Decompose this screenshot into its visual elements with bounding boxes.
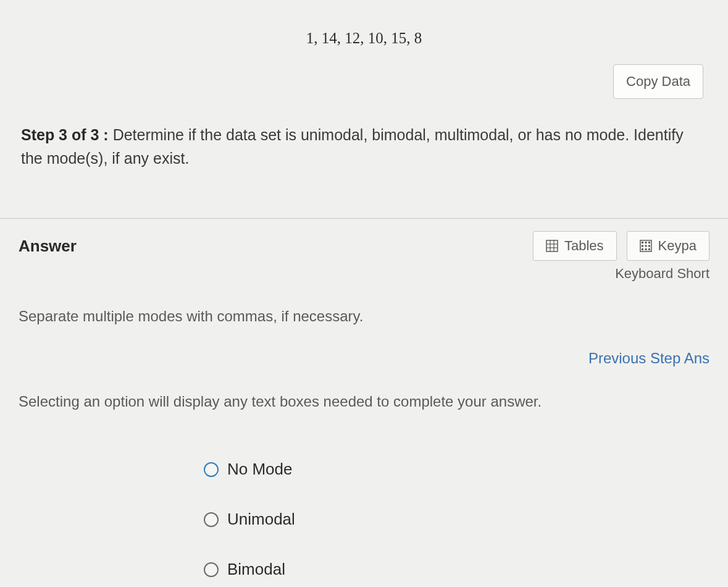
option-label: Bimodal [227,560,285,579]
options-group: No Mode Unimodal Bimodal Multimodal [19,460,709,587]
keypad-icon [640,240,652,252]
svg-rect-8 [648,242,650,243]
step-instruction: Step 3 of 3 : Determine if the data set … [19,124,709,170]
table-icon [546,240,558,252]
tables-button-label: Tables [564,238,604,254]
keyboard-shortcut-link[interactable]: Keyboard Short [19,266,709,282]
keypad-button[interactable]: Keypa [627,231,709,261]
previous-step-answer-link[interactable]: Previous Step Ans [19,350,709,367]
option-bimodal[interactable]: Bimodal [204,560,709,579]
svg-rect-6 [642,242,643,243]
option-label: Unimodal [227,510,295,529]
svg-rect-0 [546,240,558,251]
option-label: No Mode [227,460,293,479]
keypad-button-label: Keypa [658,238,697,254]
option-no-mode[interactable]: No Mode [204,460,709,479]
radio-icon [204,462,219,477]
step-label: Step 3 of 3 : [21,126,109,143]
data-values: 1, 14, 12, 10, 15, 8 [19,30,709,47]
svg-rect-13 [645,248,646,250]
svg-rect-10 [645,245,646,247]
radio-icon [204,562,219,577]
svg-rect-12 [642,248,643,250]
svg-rect-14 [648,248,650,250]
tables-button[interactable]: Tables [533,231,617,261]
answer-heading: Answer [19,237,77,256]
copy-data-button[interactable]: Copy Data [613,64,703,99]
step-question: Determine if the data set is unimodal, b… [21,126,684,167]
svg-rect-11 [648,245,650,247]
option-unimodal[interactable]: Unimodal [204,510,709,529]
radio-icon [204,512,219,527]
svg-rect-7 [645,242,646,243]
mode-input-hint: Separate multiple modes with commas, if … [19,308,709,325]
svg-rect-9 [642,245,643,247]
selection-hint: Selecting an option will display any tex… [19,393,709,410]
